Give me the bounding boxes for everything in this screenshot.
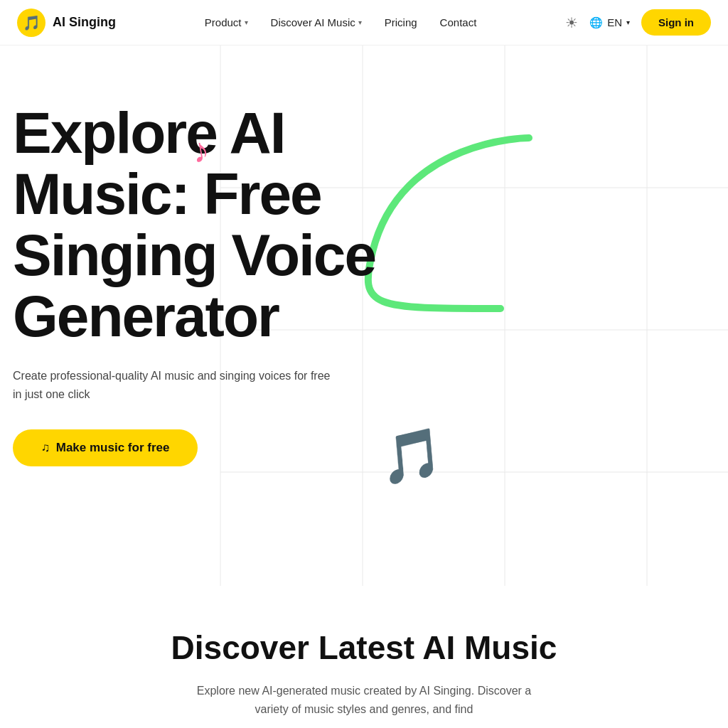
nav-item-product[interactable]: Product ▾ [205,16,248,28]
music-note-icon: ♫ [41,441,50,455]
sign-in-button[interactable]: Sign in [641,9,711,36]
nav-item-discover-ai-music[interactable]: Discover AI Music ▾ [271,16,362,28]
hero-section: ♪ 🎵 Explore AI Music: Free Singing Voice… [0,46,728,586]
globe-icon: 🌐 [589,16,603,29]
hero-subtitle: Create professional-quality AI music and… [13,367,340,403]
blue-music-notes-decoration: 🎵 [377,423,446,489]
nav-item-pricing[interactable]: Pricing [385,16,417,28]
nav-item-contact[interactable]: Contact [440,16,477,28]
brand-name: AI Singing [53,15,116,30]
cta-label: Make music for free [56,441,170,455]
discover-title: Discover Latest AI Music [14,628,714,668]
chevron-down-icon: ▾ [245,18,248,26]
theme-toggle-button[interactable]: ☀ [565,14,578,31]
logo-emoji: 🎵 [23,14,41,31]
cta-make-music-button[interactable]: ♫ Make music for free [13,429,198,466]
discover-subtitle: Explore new AI-generated music created b… [193,682,535,718]
logo-icon: 🎵 [17,9,46,37]
hero-content: Explore AI Music: Free Singing Voice Gen… [13,102,425,466]
chevron-down-icon: ▾ [626,18,630,26]
sun-icon: ☀ [565,14,578,31]
language-selector-button[interactable]: 🌐 EN ▾ [589,16,630,29]
chevron-down-icon: ▾ [358,18,362,26]
navbar: 🎵 AI Singing Product ▾ Discover AI Music… [0,0,728,46]
lang-label: EN [607,16,622,28]
logo-link[interactable]: 🎵 AI Singing [17,9,116,37]
discover-section: Discover Latest AI Music Explore new AI-… [0,586,728,728]
hero-title: Explore AI Music: Free Singing Voice Gen… [13,102,425,347]
nav-links: Product ▾ Discover AI Music ▾ Pricing Co… [205,16,476,28]
nav-right: ☀ 🌐 EN ▾ Sign in [565,9,711,36]
